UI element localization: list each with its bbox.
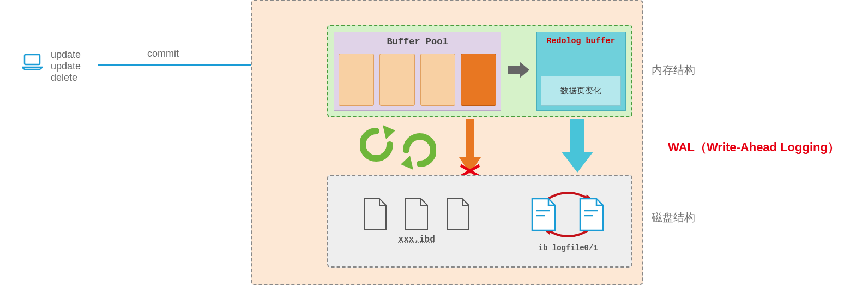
memory-box: Buffer Pool Redolog buffer 数据页变化 xyxy=(327,25,632,117)
laptop-icon xyxy=(22,54,43,72)
redolog-title: Redolog buffer xyxy=(541,37,621,46)
data-page-dirty xyxy=(461,54,496,106)
buffer-pool-title: Buffer Pool xyxy=(339,37,496,47)
svg-marker-4 xyxy=(383,125,395,139)
client-block: update update delete xyxy=(22,49,81,84)
redolog-buffer: Redolog buffer 数据页变化 xyxy=(536,32,626,111)
recycle-arrows-icon xyxy=(360,123,436,172)
op-line: update xyxy=(51,61,81,72)
arrow-right-icon xyxy=(508,61,529,81)
logfile-icon xyxy=(578,198,605,231)
op-line: update xyxy=(51,49,81,61)
file-icon xyxy=(445,198,471,230)
wal-label: WAL（Write-Ahead Logging） xyxy=(668,139,840,156)
file-icon xyxy=(403,198,430,230)
commit-arrow-icon xyxy=(98,61,256,69)
operations-list: update update delete xyxy=(51,49,81,84)
page-change-box: 数据页变化 xyxy=(541,76,621,106)
op-line: delete xyxy=(51,72,81,84)
disk-box: xxx.ibd ib_logfile0/1 xyxy=(327,175,632,268)
buffer-pool-pages xyxy=(339,54,496,106)
logfile-area: ib_logfile0/1 xyxy=(505,176,631,266)
svg-marker-3 xyxy=(508,62,529,78)
ibd-filename: xxx.ibd xyxy=(399,235,435,245)
file-icon xyxy=(362,198,388,230)
svg-marker-9 xyxy=(562,119,593,173)
flush-arrow-icon xyxy=(459,119,481,176)
ibd-area: xxx.ibd xyxy=(328,176,505,266)
disk-label: 磁盘结构 xyxy=(652,210,695,225)
wal-flush-arrow-icon xyxy=(562,119,593,174)
svg-rect-0 xyxy=(25,55,40,64)
data-page xyxy=(379,54,415,106)
svg-marker-5 xyxy=(401,156,413,170)
buffer-pool: Buffer Pool xyxy=(334,32,501,111)
data-page xyxy=(339,54,374,106)
memory-label: 内存结构 xyxy=(652,63,695,78)
commit-label: commit xyxy=(147,48,179,60)
data-page xyxy=(420,54,456,106)
logfile-name: ib_logfile0/1 xyxy=(539,244,598,252)
logfile-icon xyxy=(530,198,557,231)
